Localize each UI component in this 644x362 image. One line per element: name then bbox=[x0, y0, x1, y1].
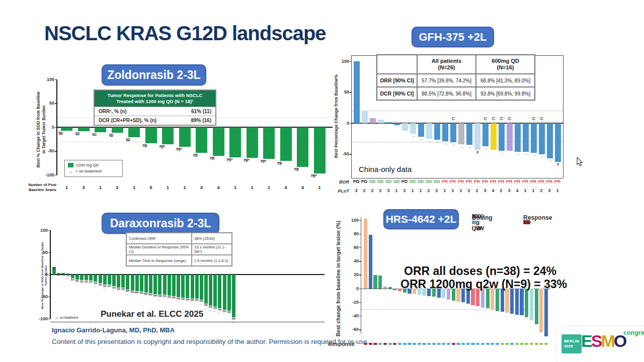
y-tick-label: -50 bbox=[335, 151, 349, 156]
row-value: 61% (11) bbox=[191, 109, 211, 114]
hrs4642-y-axis-label: Best change from baseline in target lesi… bbox=[335, 218, 341, 339]
orr-all-doses-annotation: ORR all doses (n=38) = 24% bbox=[404, 264, 556, 278]
on-treatment-arrow-icon: → bbox=[65, 277, 68, 280]
x-axis-line bbox=[50, 322, 325, 322]
on-treatment-arrow-icon: → bbox=[294, 168, 299, 172]
on-treatment-arrow-icon: → bbox=[212, 310, 216, 313]
on-treatment-arrow-icon: → bbox=[126, 138, 130, 142]
response-dash bbox=[501, 343, 504, 345]
on-treatment-arrow-icon: → bbox=[530, 153, 538, 157]
bar bbox=[442, 123, 448, 141]
reference-line bbox=[352, 111, 563, 111]
on-treatment-arrow-icon: → bbox=[93, 285, 96, 288]
bar bbox=[394, 123, 400, 125]
y-tick-label: -40 bbox=[345, 313, 359, 318]
plot-value: 2 bbox=[497, 188, 505, 193]
plot-value: 3 bbox=[545, 188, 553, 193]
bar bbox=[388, 287, 392, 289]
bar bbox=[491, 123, 497, 150]
on-treatment-arrow-icon: → bbox=[311, 174, 316, 178]
bar bbox=[525, 289, 528, 317]
scan-count: 2 bbox=[112, 185, 123, 190]
table-cell: 15.1 months (11.1-NE¹) bbox=[192, 244, 232, 255]
bar bbox=[149, 275, 152, 293]
bor-value: PD bbox=[360, 179, 368, 184]
response-dash bbox=[544, 343, 548, 345]
scan-count: 3 bbox=[78, 185, 90, 190]
on-treatment-arrow-icon: → bbox=[157, 298, 160, 301]
bar bbox=[158, 275, 162, 295]
bar bbox=[474, 123, 480, 150]
plot-value: 2 bbox=[400, 188, 409, 193]
response-dash bbox=[369, 343, 372, 345]
on-treatment-arrow-icon: → bbox=[102, 288, 106, 291]
bor-value: PR bbox=[513, 179, 521, 184]
response-dash bbox=[476, 343, 479, 345]
response-dash bbox=[393, 343, 396, 345]
on-treatment-arrow-icon: → bbox=[244, 159, 249, 163]
response-dash bbox=[505, 343, 509, 345]
response-dash bbox=[496, 343, 499, 345]
on-treatment-arrow-icon: → bbox=[176, 300, 179, 303]
bar bbox=[163, 275, 167, 295]
scan-count: 1 bbox=[179, 185, 191, 190]
on-treatment-arrow-icon: → bbox=[217, 311, 220, 314]
bar bbox=[227, 275, 231, 311]
bar bbox=[426, 123, 432, 139]
bar bbox=[103, 275, 107, 285]
on-treatment-arrow-icon: → bbox=[199, 303, 202, 306]
on-treatment-arrow-icon: → bbox=[465, 145, 473, 149]
legend-label: 1200 mg QD bbox=[76, 163, 99, 167]
table-cell: 38% (15/40) bbox=[192, 233, 232, 244]
gfh375-plot-row: 32223121122111223423411231 bbox=[351, 188, 562, 194]
bor-value: PD bbox=[400, 179, 409, 184]
response-dash bbox=[432, 343, 436, 345]
bar bbox=[530, 289, 533, 320]
scan-count: 1 bbox=[61, 185, 72, 190]
hrs4642-response-dash-row bbox=[361, 343, 550, 346]
on-treatment-arrow-icon: → bbox=[522, 152, 530, 156]
page-title: NSCLC KRAS G12D landscape bbox=[44, 22, 326, 45]
author-name: Ignacio Garrido-Laguna, MD, PhD, MBA bbox=[52, 326, 175, 334]
table-cell: 57.7% [39.8%, 74.2%] bbox=[417, 74, 476, 87]
plot-value: 4 bbox=[489, 188, 497, 193]
bor-value: PR bbox=[553, 179, 561, 184]
bar bbox=[515, 123, 521, 152]
censored-mark: C bbox=[498, 116, 506, 121]
y-tick-label: -50 bbox=[40, 148, 54, 153]
table-cell: 68.8% [41.3%, 89.0%] bbox=[476, 74, 535, 87]
plot-value: 2 bbox=[433, 188, 441, 193]
bar bbox=[191, 275, 194, 299]
bar bbox=[153, 275, 157, 294]
bar bbox=[112, 127, 123, 133]
on-treatment-arrow-icon: → bbox=[177, 148, 181, 152]
bar bbox=[354, 61, 360, 123]
on-treatment-arrow-icon: → bbox=[514, 152, 522, 156]
bor-value: PR bbox=[537, 179, 545, 184]
bor-value: PR bbox=[441, 179, 449, 184]
bar bbox=[196, 127, 207, 153]
response-dash bbox=[486, 343, 490, 345]
response-dash bbox=[525, 343, 528, 345]
bor-value: PR bbox=[545, 179, 553, 184]
bar bbox=[378, 276, 382, 289]
y-tick-label: 50 bbox=[335, 89, 349, 95]
zoldonrasib-response-table: Tumor Response for Patients with NSCLC T… bbox=[94, 89, 216, 126]
bar bbox=[247, 127, 258, 158]
table-header: Tumor Response for Patients with NSCLC T… bbox=[95, 90, 215, 107]
zoldonrasib-scan-counts-row: 1312151144111441 bbox=[57, 185, 333, 191]
table-header-cell: 600mg QD (N=16) bbox=[476, 55, 535, 74]
response-dash bbox=[373, 343, 377, 345]
bar bbox=[213, 275, 217, 307]
response-dash bbox=[418, 343, 421, 345]
bar bbox=[200, 275, 203, 300]
bar bbox=[195, 275, 199, 299]
bar bbox=[410, 123, 416, 134]
bar-label: SD→ bbox=[65, 274, 70, 277]
on-treatment-arrow-icon: → bbox=[433, 140, 441, 144]
scan-count: 4 bbox=[280, 185, 292, 190]
bor-value: PR bbox=[529, 179, 537, 184]
y-tick-label: 100 bbox=[345, 218, 359, 223]
bor-value: SD bbox=[384, 179, 392, 184]
bar bbox=[108, 275, 111, 285]
